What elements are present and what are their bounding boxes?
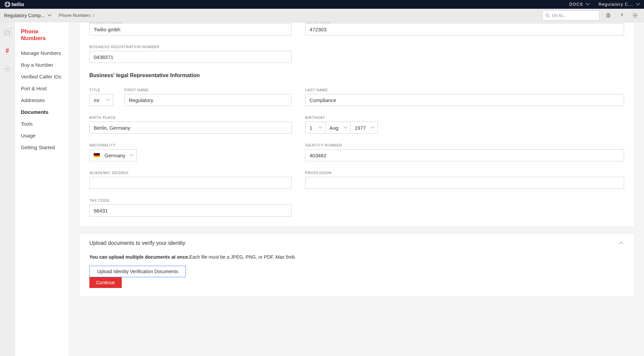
last-name-input[interactable] [305, 94, 624, 106]
home-icon [5, 29, 10, 35]
sidebar-item-getting-started[interactable]: Getting Started [15, 141, 69, 153]
sidebar-item-port-host[interactable]: Port & Host [15, 83, 69, 94]
birthday-year-select[interactable]: 1977 [351, 122, 378, 134]
rail-more[interactable] [3, 65, 11, 73]
birthday-day: 1 [310, 125, 312, 131]
last-name-label: LAST NAME [305, 88, 624, 92]
upload-desc-bold: You can upload multiple documents at onc… [89, 254, 189, 260]
debug-button[interactable] [604, 11, 613, 20]
sidebar-title: Phone Numbers [15, 28, 69, 47]
rail-home[interactable] [3, 28, 11, 36]
continue-button[interactable]: Continue [89, 277, 122, 288]
tax-label: TAX CODE [89, 198, 292, 202]
business-info-panel: BUSINESS NAME VAT NUMBER BUSINESS REGIST… [79, 22, 635, 227]
identity-label: IDENTITY NUMBER [305, 143, 624, 147]
academic-label: ACADEMIC DEGREE [89, 171, 292, 175]
brn-label: BUSINESS REGISTRATION NUMBER [89, 45, 292, 49]
breadcrumb: Phone Numbers / [59, 13, 94, 18]
search-placeholder: Go to... [552, 13, 566, 18]
project-name: Regulatory Comp... [4, 13, 45, 18]
search-icon [545, 13, 550, 18]
academic-input[interactable] [89, 177, 292, 189]
svg-point-10 [621, 17, 622, 17]
first-name-label: FIRST NAME [124, 88, 292, 92]
rail-phone-numbers[interactable]: # [3, 46, 11, 55]
upload-heading: Upload documents to verify your identity [89, 240, 185, 246]
title-value: mr [94, 97, 100, 103]
more-icon [4, 66, 10, 72]
birthday-label: BIRTHDAY [305, 116, 624, 120]
first-name-input[interactable] [124, 94, 292, 106]
svg-line-6 [607, 14, 607, 14]
hash-icon: # [6, 47, 9, 54]
svg-point-11 [635, 14, 636, 16]
chevron-down-icon [48, 14, 51, 17]
upload-description: You can upload multiple documents at onc… [89, 254, 624, 260]
svg-point-0 [546, 14, 548, 16]
sidebar: Phone Numbers Manage Numbers Buy a Numbe… [15, 22, 69, 356]
bug-icon [605, 12, 612, 19]
content: BUSINESS NAME VAT NUMBER BUSINESS REGIST… [69, 22, 644, 356]
chevron-down-icon [371, 126, 374, 129]
account-menu[interactable]: Regulatory C... [598, 2, 639, 7]
profession-input[interactable] [305, 177, 624, 189]
sidebar-item-addresses[interactable]: Addresses [15, 94, 69, 106]
svg-line-9 [609, 17, 610, 18]
search-input[interactable]: Go to... [542, 10, 599, 21]
chevron-down-icon [344, 126, 347, 129]
tax-input[interactable] [89, 204, 292, 217]
chevron-down-icon [318, 126, 322, 129]
title-select[interactable]: mr [89, 94, 113, 106]
birth-place-input[interactable] [89, 122, 292, 134]
birthday-day-select[interactable]: 1 [305, 122, 325, 134]
docs-label: DOCS [569, 2, 583, 7]
svg-point-12 [5, 68, 6, 69]
sidebar-item-tools[interactable]: Tools [15, 118, 69, 130]
sidebar-item-verified-caller[interactable]: Verified Caller IDs [15, 71, 69, 83]
svg-point-14 [8, 68, 9, 69]
birthday-year: 1977 [355, 125, 366, 131]
upload-button[interactable]: Upload Identity Verification Documents [89, 266, 186, 277]
breadcrumb-sep: / [93, 13, 94, 18]
birth-place-label: BIRTH PLACE [89, 116, 292, 120]
icon-rail: # [0, 22, 15, 356]
account-label: Regulatory C... [598, 2, 633, 7]
birthday-month: Aug [329, 125, 339, 131]
chevron-down-icon [586, 3, 589, 6]
sidebar-item-usage[interactable]: Usage [15, 130, 69, 141]
svg-line-8 [607, 17, 607, 18]
sidebar-item-documents[interactable]: Documents [15, 106, 69, 118]
title-label: TITLE [89, 88, 120, 92]
flag-germany-icon [94, 153, 100, 157]
upload-desc-rest: Each file must be a JPEG, PNG, or PDF. M… [189, 254, 296, 260]
twilio-mark-icon [5, 2, 10, 7]
chevron-down-icon [106, 98, 109, 102]
nationality-value: Germany [105, 153, 125, 158]
brand-logo[interactable]: twilio [5, 2, 24, 7]
svg-line-7 [609, 14, 610, 14]
breadcrumb-root[interactable]: Phone Numbers [59, 13, 91, 18]
section-title: Business' legal Representative Informati… [89, 72, 624, 78]
settings-button[interactable] [631, 11, 640, 20]
help-button[interactable] [617, 11, 626, 20]
profession-label: PROFESSION [305, 171, 624, 175]
sidebar-item-manage-numbers[interactable]: Manage Numbers [15, 47, 69, 59]
chevron-down-icon [129, 154, 133, 157]
nationality-label: NATIONALITY [89, 143, 292, 147]
collapse-toggle[interactable] [619, 241, 624, 246]
vat-input[interactable] [305, 23, 624, 35]
birthday-month-select[interactable]: Aug [325, 122, 351, 134]
help-icon [618, 12, 625, 19]
business-name-input[interactable] [89, 23, 292, 35]
brand-text: twilio [11, 2, 24, 7]
docs-menu[interactable]: DOCS [569, 2, 589, 7]
project-dropdown[interactable]: Regulatory Comp... [4, 13, 56, 18]
brn-input[interactable] [89, 51, 292, 63]
svg-line-1 [548, 16, 550, 17]
sidebar-item-buy-a-number[interactable]: Buy a Number [15, 59, 69, 71]
gear-icon [632, 12, 639, 19]
nationality-select[interactable]: Germany [89, 149, 137, 161]
svg-point-13 [7, 68, 8, 69]
identity-input[interactable] [305, 149, 624, 161]
chevron-down-icon [636, 3, 639, 6]
